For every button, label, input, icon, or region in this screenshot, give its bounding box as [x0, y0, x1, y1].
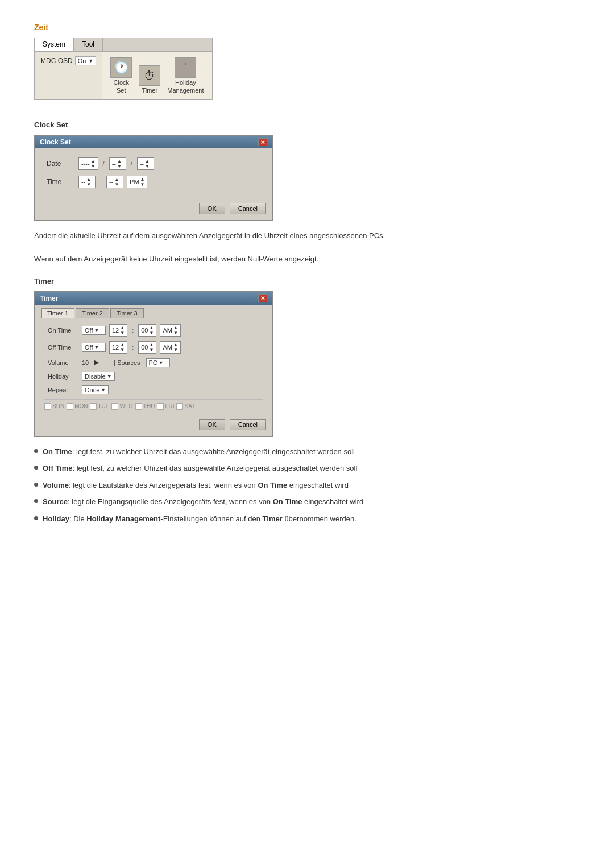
- down-arrow-icon[interactable]: ▼: [117, 164, 122, 169]
- date-spinner-1[interactable]: ▲ ▼: [91, 159, 96, 169]
- clock-set-icon-item[interactable]: 🕐 Clock Set: [110, 57, 132, 94]
- up-arrow-icon[interactable]: ▲: [120, 342, 125, 347]
- wed-label: WED: [119, 403, 132, 409]
- up-arrow-icon[interactable]: ▲: [114, 177, 119, 182]
- down-arrow-icon[interactable]: ▼: [145, 164, 150, 169]
- timer-dialog-close-button[interactable]: ✕: [258, 294, 267, 302]
- day-wed[interactable]: WED: [111, 403, 132, 410]
- off-ampm-field[interactable]: AM ▲ ▼: [160, 341, 180, 354]
- up-arrow-icon[interactable]: ▲: [173, 325, 178, 330]
- down-arrow-icon[interactable]: ▼: [120, 330, 125, 335]
- wed-checkbox[interactable]: [111, 403, 118, 410]
- up-arrow-icon[interactable]: ▲: [117, 159, 122, 164]
- date-spinner-2[interactable]: ▲ ▼: [117, 159, 122, 169]
- up-arrow-icon[interactable]: ▲: [140, 177, 145, 182]
- holiday-dropdown[interactable]: Disable ▼: [82, 372, 115, 381]
- time-field-2[interactable]: -- ▲ ▼: [106, 176, 123, 188]
- date-field-2[interactable]: -- ▲ ▼: [109, 157, 126, 170]
- app-window: System Tool MDC OSD On ▼ 🕐: [34, 38, 213, 100]
- holiday-dropdown-value: Disable: [85, 373, 106, 380]
- down-arrow-icon[interactable]: ▼: [91, 164, 96, 169]
- off-time-dropdown[interactable]: Off ▼: [82, 343, 106, 352]
- down-arrow-icon[interactable]: ▼: [149, 330, 154, 335]
- mon-checkbox[interactable]: [67, 403, 73, 410]
- volume-bar-icon: ▶: [94, 359, 99, 366]
- up-arrow-icon[interactable]: ▲: [120, 325, 125, 330]
- bullet-volume-text: Volume: legt die Lautstärke des Anzeigeg…: [43, 480, 349, 491]
- timer-tab-1[interactable]: Timer 1: [41, 308, 74, 318]
- up-arrow-icon[interactable]: ▲: [149, 325, 154, 330]
- clock-dialog-close-button[interactable]: ✕: [258, 138, 267, 146]
- volume-bold: Volume: [43, 481, 69, 489]
- up-arrow-icon[interactable]: ▲: [86, 177, 91, 182]
- timer-tab-3[interactable]: Timer 3: [110, 308, 144, 318]
- day-thu[interactable]: THU: [135, 403, 155, 410]
- date-field-3[interactable]: -- ▲ ▼: [137, 157, 154, 170]
- holiday-icon: [175, 57, 196, 78]
- timer-cancel-button[interactable]: Cancel: [230, 419, 266, 430]
- off-hour-field[interactable]: 12 ▲ ▼: [109, 341, 127, 354]
- ampm-field[interactable]: PM ▲ ▼: [127, 176, 147, 188]
- sat-checkbox[interactable]: [176, 403, 183, 410]
- sources-value: PC: [149, 359, 157, 366]
- down-arrow-icon[interactable]: ▼: [86, 182, 91, 187]
- down-arrow-icon[interactable]: ▼: [114, 182, 119, 187]
- date-spinner-3[interactable]: ▲ ▼: [145, 159, 150, 169]
- volume-bar-indicator[interactable]: ▶: [94, 359, 99, 366]
- on-ampm-field[interactable]: AM ▲ ▼: [160, 324, 180, 337]
- off-time-bold: Off Time: [43, 464, 73, 472]
- chevron-down-icon: ▼: [88, 58, 93, 64]
- day-mon[interactable]: MON: [67, 403, 88, 410]
- off-hour-spinner[interactable]: ▲ ▼: [120, 342, 125, 352]
- down-arrow-icon[interactable]: ▼: [173, 347, 178, 352]
- date-field-1[interactable]: ---- ▲ ▼: [78, 157, 98, 170]
- menu-item-system[interactable]: System: [35, 38, 74, 51]
- tue-label: TUE: [98, 403, 109, 409]
- sidebar-dropdown[interactable]: On ▼: [75, 56, 97, 65]
- sources-dropdown[interactable]: PC ▼: [146, 358, 170, 367]
- time-spinner-2[interactable]: ▲ ▼: [114, 177, 119, 187]
- holiday-icon-item[interactable]: Holiday Management: [167, 57, 204, 94]
- time-field-1[interactable]: -- ▲ ▼: [78, 176, 96, 188]
- clock-set-subtitle: Clock Set: [34, 121, 580, 129]
- sidebar-mdc-osd[interactable]: MDC OSD On ▼: [40, 55, 96, 67]
- down-arrow-icon[interactable]: ▼: [149, 347, 154, 352]
- timer-tab-2[interactable]: Timer 2: [76, 308, 109, 318]
- ampm-spinner[interactable]: ▲ ▼: [140, 177, 145, 187]
- off-min-spinner[interactable]: ▲ ▼: [149, 342, 154, 352]
- off-ampm-value: AM: [163, 344, 172, 351]
- down-arrow-icon[interactable]: ▼: [120, 347, 125, 352]
- on-min-spinner[interactable]: ▲ ▼: [149, 325, 154, 335]
- on-time-dropdown[interactable]: Off ▼: [82, 326, 106, 335]
- fri-checkbox[interactable]: [157, 403, 164, 410]
- day-fri[interactable]: FRI: [157, 403, 174, 410]
- on-ampm-spinner[interactable]: ▲ ▼: [173, 325, 178, 335]
- thu-checkbox[interactable]: [135, 403, 142, 410]
- on-min-field[interactable]: 00 ▲ ▼: [138, 324, 156, 337]
- down-arrow-icon[interactable]: ▼: [140, 182, 145, 187]
- day-tue[interactable]: TUE: [90, 403, 109, 410]
- repeat-dropdown[interactable]: Once ▼: [82, 385, 109, 394]
- off-min-field[interactable]: 00 ▲ ▼: [138, 341, 156, 354]
- fri-label: FRI: [165, 403, 174, 409]
- sun-checkbox[interactable]: [44, 403, 51, 410]
- on-hour-field[interactable]: 12 ▲ ▼: [109, 324, 127, 337]
- up-arrow-icon[interactable]: ▲: [149, 342, 154, 347]
- time-spinner-1[interactable]: ▲ ▼: [86, 177, 91, 187]
- down-arrow-icon[interactable]: ▼: [173, 330, 178, 335]
- off-ampm-spinner[interactable]: ▲ ▼: [173, 342, 178, 352]
- up-arrow-icon[interactable]: ▲: [173, 342, 178, 347]
- tue-checkbox[interactable]: [90, 403, 97, 410]
- day-sun[interactable]: SUN: [44, 403, 64, 410]
- day-sat[interactable]: SAT: [176, 403, 195, 410]
- on-hour-spinner[interactable]: ▲ ▼: [120, 325, 125, 335]
- clock-ok-button[interactable]: OK: [199, 203, 225, 214]
- clock-cancel-button[interactable]: Cancel: [230, 203, 266, 214]
- timer-icon-item[interactable]: ⏱ Timer: [139, 65, 160, 94]
- menu-item-tool[interactable]: Tool: [74, 38, 103, 51]
- up-arrow-icon[interactable]: ▲: [145, 159, 150, 164]
- timer-ok-button[interactable]: OK: [199, 419, 225, 430]
- up-arrow-icon[interactable]: ▲: [91, 159, 96, 164]
- chevron-down-icon: ▼: [94, 344, 99, 350]
- thu-label: THU: [143, 403, 155, 409]
